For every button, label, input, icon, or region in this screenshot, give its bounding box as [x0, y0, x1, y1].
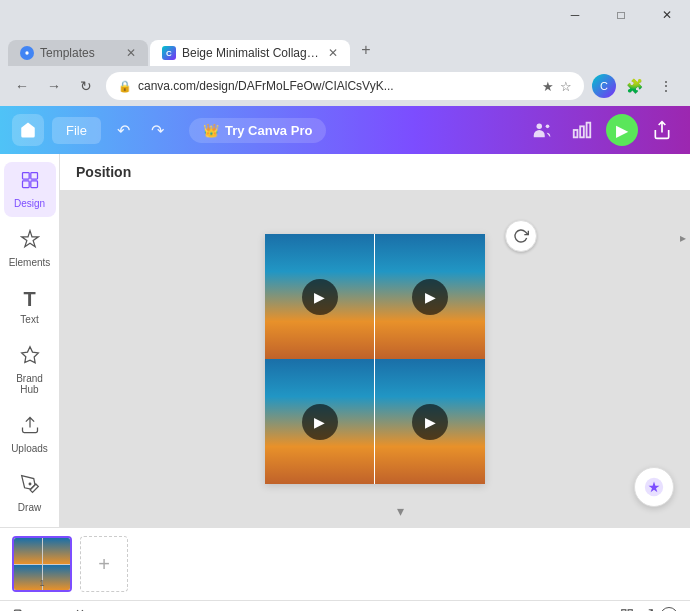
grid-view-button[interactable] — [620, 608, 634, 612]
sidebar-item-text[interactable]: T Text — [4, 280, 56, 333]
play-button[interactable]: ▶ — [606, 114, 638, 146]
help-button[interactable]: ? — [660, 607, 678, 611]
undo-button[interactable]: ↶ — [109, 115, 139, 145]
maximize-button[interactable]: □ — [598, 0, 644, 30]
tab-bar: Templates ✕ C Beige Minimalist Collage I… — [0, 30, 690, 66]
address-bar: ← → ↻ 🔒 canva.com/design/DAFrMoLFeOw/CIA… — [0, 66, 690, 106]
text-icon: T — [23, 288, 35, 311]
sidebar-uploads-label: Uploads — [11, 443, 48, 454]
back-button[interactable]: ← — [10, 74, 34, 98]
sidebar-item-uploads[interactable]: Uploads — [4, 407, 56, 462]
video-cell-2[interactable]: ▶ — [375, 234, 485, 359]
video-play-3[interactable]: ▶ — [302, 404, 338, 440]
scroll-down-arrow[interactable]: ▾ — [397, 503, 404, 519]
chrome-favicon — [20, 46, 34, 60]
canvas-header: Position — [60, 154, 690, 191]
forward-button[interactable]: → — [42, 74, 66, 98]
reload-button[interactable]: ↻ — [74, 74, 98, 98]
video-cell-3[interactable]: ▶ — [265, 359, 375, 484]
window-controls[interactable]: ─ □ ✕ — [552, 0, 690, 30]
uploads-icon — [20, 415, 40, 440]
thumb-cell-1 — [14, 538, 42, 564]
close-button[interactable]: ✕ — [644, 0, 690, 30]
video-grid-bottom: ▶ ▶ — [265, 359, 485, 484]
sidebar-item-elements[interactable]: Elements — [4, 221, 56, 276]
canva-extension-icon[interactable]: C — [592, 74, 616, 98]
video-play-2[interactable]: ▶ — [412, 279, 448, 315]
svg-rect-5 — [580, 126, 584, 137]
file-button[interactable]: File — [52, 117, 101, 144]
svg-rect-7 — [22, 173, 29, 180]
svg-point-11 — [29, 483, 31, 485]
svg-point-3 — [546, 125, 550, 129]
redo-button[interactable]: ↷ — [143, 115, 173, 145]
svg-point-1 — [25, 51, 28, 54]
view-buttons: ? — [620, 607, 678, 611]
brand-hub-icon — [20, 345, 40, 370]
svg-rect-8 — [30, 173, 37, 180]
main-area: Design Elements T Text Brand Hub — [0, 154, 690, 527]
thumb-cell-2 — [43, 538, 71, 564]
video-cell-1[interactable]: ▶ — [265, 234, 375, 359]
svg-rect-9 — [22, 181, 29, 188]
design-page[interactable]: ▶ ▶ ▶ — [265, 234, 485, 484]
svg-point-2 — [537, 124, 543, 129]
add-page-button[interactable]: + — [80, 536, 128, 592]
svg-rect-10 — [30, 181, 37, 188]
sidebar-item-brand-hub[interactable]: Brand Hub — [4, 337, 56, 403]
browser-menu-icon[interactable]: ⋮ — [652, 72, 680, 100]
h-scroll-area: ▾ — [126, 503, 674, 519]
top-nav-actions: ▶ — [526, 114, 678, 146]
video-play-4[interactable]: ▶ — [412, 404, 448, 440]
cast-icon[interactable]: ☆ — [560, 79, 572, 94]
thumb-page-number: 1 — [39, 578, 44, 588]
draw-icon — [20, 474, 40, 499]
video-cell-4[interactable]: ▶ — [375, 359, 485, 484]
canvas-area: Position ▶ ▶ — [60, 154, 690, 527]
video-grid-top: ▶ ▶ — [265, 234, 485, 359]
bookmark-icon[interactable]: ★ — [542, 79, 554, 94]
collaborate-icon[interactable] — [526, 114, 558, 146]
new-tab-button[interactable]: + — [352, 36, 380, 64]
thumb-cell-4 — [43, 565, 71, 591]
browser-actions: C 🧩 ⋮ — [592, 72, 680, 100]
canvas-workspace[interactable]: ▶ ▶ ▶ — [60, 191, 690, 527]
address-text: canva.com/design/DAFrMoLFeOw/CIAlCsVyK..… — [138, 79, 536, 93]
sidebar-draw-label: Draw — [18, 502, 41, 513]
title-bar: ─ □ ✕ — [0, 0, 690, 30]
rotate-handle[interactable] — [505, 220, 537, 252]
ai-magic-button[interactable] — [634, 467, 674, 507]
crown-icon: 👑 — [203, 123, 219, 138]
share-button[interactable] — [646, 114, 678, 146]
try-pro-button[interactable]: 👑 Try Canva Pro — [189, 118, 326, 143]
home-button[interactable] — [12, 114, 44, 146]
svg-rect-6 — [587, 123, 591, 138]
sidebar-item-design[interactable]: Design — [4, 162, 56, 217]
tab-templates[interactable]: Templates ✕ — [8, 40, 148, 66]
sidebar-elements-label: Elements — [9, 257, 51, 268]
address-input[interactable]: 🔒 canva.com/design/DAFrMoLFeOw/CIAlCsVyK… — [106, 72, 584, 100]
thumb-cell-3 — [14, 565, 42, 591]
undo-redo-controls: ↶ ↷ — [109, 115, 173, 145]
lock-icon: 🔒 — [118, 80, 132, 93]
analytics-icon[interactable] — [566, 114, 598, 146]
extensions-icon[interactable]: 🧩 — [620, 72, 648, 100]
top-nav: File ↶ ↷ 👑 Try Canva Pro ▶ — [0, 106, 690, 154]
canva-favicon: C — [162, 46, 176, 60]
tab-canva-label: Beige Minimalist Collage Ins... — [182, 46, 322, 60]
svg-rect-4 — [574, 130, 578, 137]
sidebar-item-draw[interactable]: Draw — [4, 466, 56, 521]
elements-icon — [20, 229, 40, 254]
app-container: File ↶ ↷ 👑 Try Canva Pro ▶ — [0, 106, 690, 611]
minimize-button[interactable]: ─ — [552, 0, 598, 30]
video-play-1[interactable]: ▶ — [302, 279, 338, 315]
tab-canva-close[interactable]: ✕ — [328, 46, 338, 60]
tab-canva[interactable]: C Beige Minimalist Collage Ins... ✕ — [150, 40, 350, 66]
panel-title: Position — [76, 164, 131, 180]
scroll-right-arrow[interactable]: ▸ — [680, 231, 686, 245]
bottom-area: 1 + Notes Duration Page 1 / 1 18% — [0, 527, 690, 611]
page-thumbnail-1[interactable]: 1 — [12, 536, 72, 592]
tab-templates-close[interactable]: ✕ — [126, 46, 136, 60]
fullscreen-button[interactable] — [640, 608, 654, 612]
sidebar-brand-label: Brand Hub — [10, 373, 50, 395]
